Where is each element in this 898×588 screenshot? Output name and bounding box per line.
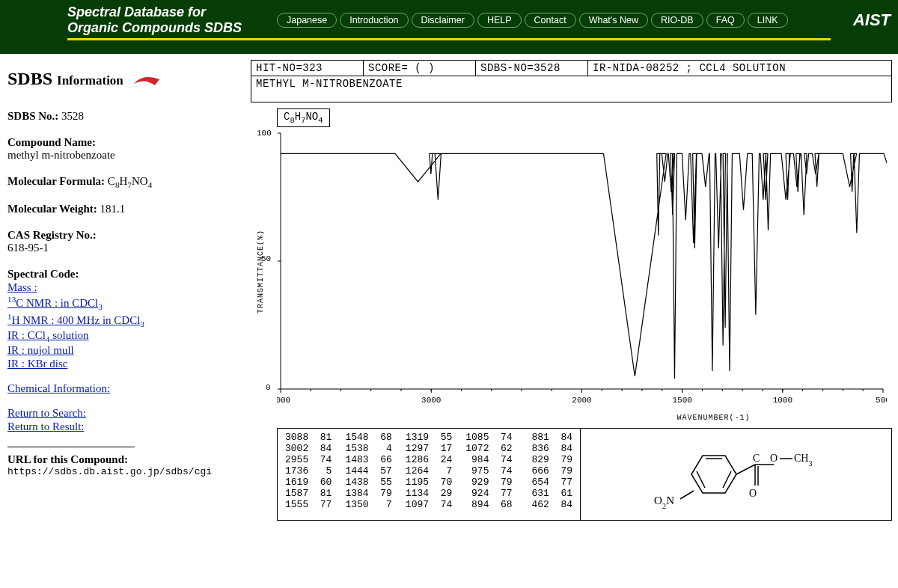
nav-what-s-new[interactable]: What's New — [579, 13, 648, 28]
link-return-result[interactable]: Return to Result: — [7, 420, 85, 432]
info-panel: SDBS Information SDBS No.: 3528 Compound… — [0, 54, 251, 527]
mw-value: 181.1 — [100, 203, 126, 215]
structure-diagram: O2N O C O CH3 — [581, 429, 891, 520]
nav-introduction[interactable]: Introduction — [340, 13, 408, 28]
svg-text:O2N: O2N — [654, 494, 674, 510]
link-h1-nmr[interactable]: 1H NMR : 400 MHz in CDCl3 — [7, 314, 144, 326]
ytick-0: 0 — [266, 383, 271, 392]
compound-name: methyl m-nitrobenzoate — [7, 149, 115, 161]
panel-heading: SDBS Information — [7, 69, 243, 89]
link-ir-ccl4[interactable]: IR : CCl4 solution — [7, 329, 89, 341]
svg-text:1000: 1000 — [773, 396, 792, 405]
cas-label: CAS Registry No.: — [7, 229, 97, 241]
formula-box: C8H7NO4 — [277, 108, 330, 127]
nav-disclaimer[interactable]: Disclaimer — [412, 13, 474, 28]
sdbs-no-label: SDBS No.: — [7, 110, 58, 122]
link-c13-nmr[interactable]: 13C NMR : in CDCl3 — [7, 297, 103, 309]
svg-line-49 — [680, 491, 694, 499]
svg-text:2000: 2000 — [572, 396, 591, 405]
svg-text:3000: 3000 — [421, 396, 441, 405]
aist-logo: AIST — [853, 10, 891, 30]
link-ir-kbr[interactable]: IR : KBr disc — [7, 358, 67, 370]
ir-chart: TRANSMITTANCE(%) 100 50 0 40003000200015… — [251, 127, 892, 415]
url-label: URL for this Compound: — [7, 453, 128, 465]
mf-value: C8H7NO4 — [108, 175, 152, 187]
peak-table: 3088 813002 842955 741736 51619 601587 8… — [278, 429, 581, 520]
top-nav: JapaneseIntroductionDisclaimerHELPContac… — [277, 13, 850, 28]
compound-name-label: Compound Name: — [7, 136, 96, 148]
spectrum-panel: HIT-NO=323 SCORE= ( ) SDBS-NO=3528 IR-NI… — [251, 54, 898, 527]
divider — [7, 447, 135, 447]
svg-text:CH3: CH3 — [794, 453, 812, 468]
nav-link[interactable]: LINK — [748, 13, 788, 28]
spectrum-header-box: HIT-NO=323 SCORE= ( ) SDBS-NO=3528 IR-NI… — [251, 60, 892, 102]
hit-no: HIT-NO=323 — [251, 61, 364, 76]
sdbs-no: 3528 — [61, 110, 84, 122]
mw-label: Molecular Weight: — [7, 203, 97, 215]
svg-text:1500: 1500 — [672, 396, 691, 405]
ytick-50: 50 — [261, 254, 271, 263]
ir-id: IR-NIDA-08252 ; CCL4 SOLUTION — [588, 61, 891, 76]
link-mass[interactable]: Mass : — [7, 281, 37, 293]
score: SCORE= ( ) — [364, 61, 476, 76]
nav-help[interactable]: HELP — [477, 13, 522, 28]
top-header: Spectral Database for Organic Compounds … — [0, 0, 898, 54]
svg-text:C: C — [753, 453, 760, 464]
nav-rio-db[interactable]: RIO-DB — [651, 13, 703, 28]
ir-spectrum-svg: 40003000200015001000500 — [277, 127, 887, 411]
ytick-100: 100 — [257, 129, 272, 138]
svg-text:4000: 4000 — [277, 396, 290, 405]
svg-line-44 — [736, 465, 755, 474]
peak-table-area: 3088 813002 842955 741736 51619 601587 8… — [277, 428, 892, 521]
link-ir-nujol[interactable]: IR : nujol mull — [7, 344, 74, 356]
svg-text:O: O — [749, 488, 757, 499]
y-axis-label: TRANSMITTANCE(%) — [257, 230, 265, 313]
spectral-links: Spectral Code: Mass : 13C NMR : in CDCl3… — [7, 268, 243, 433]
spec-code-label: Spectral Code: — [7, 268, 79, 280]
compound-header: METHYL M-NITROBENZOATE — [251, 76, 891, 91]
heading-main: SDBS — [7, 69, 52, 88]
cas-value: 618-95-1 — [7, 242, 49, 254]
url-value: https://sdbs.db.aist.go.jp/sdbs/cgi — [7, 466, 243, 477]
mf-label: Molecular Formula: — [7, 175, 105, 187]
title-line2: Organic Compounds SDBS — [67, 20, 262, 36]
title-line1: Spectral Database for — [67, 4, 262, 20]
link-return-search[interactable]: Return to Search: — [7, 407, 86, 419]
sdbs-no-hdr: SDBS-NO=3528 — [476, 61, 588, 76]
nav-contact[interactable]: Contact — [525, 13, 576, 28]
link-chem-info[interactable]: Chemical Information: — [7, 382, 110, 394]
nav-japanese[interactable]: Japanese — [277, 13, 337, 28]
heading-sub: Information — [57, 73, 123, 88]
site-title: Spectral Database for Organic Compounds … — [67, 4, 262, 35]
svg-text:500: 500 — [876, 396, 887, 405]
swoosh-icon — [132, 75, 161, 87]
svg-text:O: O — [770, 453, 778, 464]
nav-faq[interactable]: FAQ — [706, 13, 745, 28]
